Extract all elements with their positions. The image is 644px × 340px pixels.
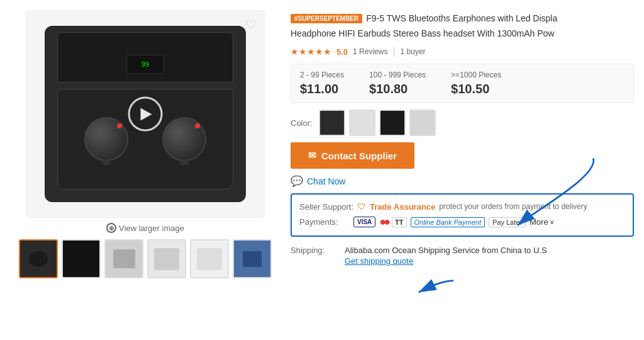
trade-protect-text: protect your orders from payment to deli… <box>439 202 587 211</box>
payments-label: Payments: <box>299 217 350 227</box>
contact-supplier-button[interactable]: ✉ Contact Supplier <box>291 142 414 169</box>
more-label: More <box>530 217 548 227</box>
shipping-text: Alibaba.com Ocean Shipping Service from … <box>345 246 547 255</box>
view-larger-text: View larger image <box>119 224 184 233</box>
visa-icon: VISA <box>353 217 375 227</box>
seller-support-box: Seller Support: 🛡 Trade Assurance protec… <box>291 193 634 237</box>
earbud-right <box>162 117 206 161</box>
super-september-badge: #SUPERSEPTEMBER <box>291 14 362 23</box>
pricing-section: 2 - 99 Pieces $11.00 100 - 999 Pieces $1… <box>291 64 634 103</box>
color-option-3[interactable] <box>379 110 406 136</box>
tier-3: >=1000 Pieces $10.50 <box>451 71 501 96</box>
color-option-1[interactable] <box>319 110 345 136</box>
online-bank-icon: Online Bank Payment <box>411 217 485 227</box>
right-panel: #SUPERSEPTEMBERF9-5 TWS Bluetooths Earph… <box>291 10 634 266</box>
tier-3-price: $10.50 <box>451 82 501 96</box>
thumbnail-5[interactable] <box>190 239 229 278</box>
color-options <box>319 110 436 136</box>
thumbnail-strip <box>19 239 272 278</box>
shipping-info: Alibaba.com Ocean Shipping Service from … <box>345 246 547 266</box>
tier-2-price: $10.80 <box>369 82 426 96</box>
product-title-line2: Headphone HIFI Earbuds Stereo Bass heads… <box>291 28 634 40</box>
product-title-section: #SUPERSEPTEMBERF9-5 TWS Bluetooths Earph… <box>291 13 634 40</box>
chat-now-label: Chat Now <box>307 176 345 186</box>
color-label: Color: <box>291 118 313 128</box>
divider: | <box>392 46 395 57</box>
more-payment-link[interactable]: More ∨ <box>530 217 554 227</box>
zoom-icon: ⊕ <box>106 223 116 233</box>
contact-supplier-label: Contact Supplier <box>321 150 397 161</box>
wishlist-icon[interactable]: ♡ <box>245 17 257 32</box>
get-shipping-quote-link[interactable]: Get shipping quote <box>345 256 547 266</box>
thumbnail-3[interactable] <box>104 239 143 278</box>
product-image: 99 <box>45 26 246 202</box>
product-title-line1: F9-5 TWS Bluetooths Earphones with Led D… <box>366 13 557 23</box>
star-icons: ★★★★★ <box>291 47 331 57</box>
earbud-left <box>84 117 128 161</box>
pay-later-icon: Pay Later <box>489 217 526 227</box>
payments-row: Payments: VISA ●● TT Online Bank Payment… <box>299 213 625 230</box>
product-details-panel: #SUPERSEPTEMBERF9-5 TWS Bluetooths Earph… <box>291 10 634 330</box>
led-display: 99 <box>126 55 164 74</box>
rating-row: ★★★★★ 5.0 1 Reviews | 1 buyer <box>291 46 634 57</box>
thumbnail-1[interactable] <box>19 239 58 278</box>
shipping-label: Shipping: <box>291 246 341 255</box>
view-larger-link[interactable]: ⊕ View larger image <box>106 223 184 233</box>
case-lid: 99 <box>57 32 233 82</box>
tier-2: 100 - 999 Pieces $10.80 <box>369 71 426 96</box>
reviews-count: 1 Reviews <box>353 47 387 56</box>
main-image-container: ♡ 99 <box>26 10 265 218</box>
tt-icon: TT <box>392 217 406 227</box>
color-row: Color: <box>291 110 634 136</box>
mastercard-icon: ●● <box>379 215 388 229</box>
chat-icon: 💬 <box>291 175 303 187</box>
payment-icons: VISA ●● TT Online Bank Payment Pay Later… <box>353 215 554 229</box>
envelope-icon: ✉ <box>308 150 316 161</box>
chevron-down-icon: ∨ <box>550 218 554 225</box>
tier-1-range: 2 - 99 Pieces <box>300 71 344 79</box>
color-option-2[interactable] <box>349 110 375 136</box>
product-image-panel: ♡ 99 <box>10 10 280 330</box>
tier-1-price: $11.00 <box>300 82 344 96</box>
shield-icon: 🛡 <box>357 201 366 212</box>
shipping-row: Shipping: Alibaba.com Ocean Shipping Ser… <box>291 243 634 266</box>
tier-2-range: 100 - 999 Pieces <box>369 71 426 79</box>
play-icon <box>141 108 152 120</box>
color-option-4[interactable] <box>409 110 436 136</box>
thumbnail-4[interactable] <box>147 239 186 278</box>
seller-support-label: Seller Support: <box>299 202 353 212</box>
thumbnail-6[interactable] <box>233 239 272 278</box>
thumbnail-2[interactable] <box>62 239 101 278</box>
tier-3-range: >=1000 Pieces <box>451 71 501 79</box>
buyers-count: 1 buyer <box>401 47 426 56</box>
pricing-tiers: 2 - 99 Pieces $11.00 100 - 999 Pieces $1… <box>300 71 625 96</box>
play-button[interactable] <box>128 97 163 132</box>
chat-now-row[interactable]: 💬 Chat Now <box>291 175 634 187</box>
trade-assurance-text[interactable]: Trade Assurance <box>370 202 435 212</box>
tier-1: 2 - 99 Pieces $11.00 <box>300 71 344 96</box>
rating-value: 5.0 <box>336 47 348 57</box>
earbud-indicator <box>195 123 200 128</box>
trade-assurance-row: Seller Support: 🛡 Trade Assurance protec… <box>299 200 625 213</box>
earbud-indicator <box>117 123 122 128</box>
